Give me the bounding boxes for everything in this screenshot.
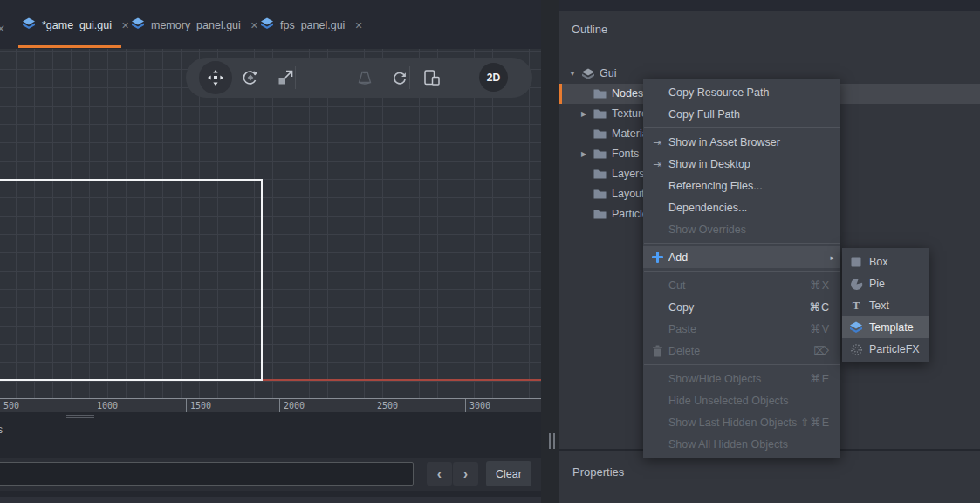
folder-icon	[593, 169, 607, 183]
chevron-right-icon: ›	[463, 467, 468, 481]
x-axis-line	[263, 379, 541, 381]
gui-scene-icon	[581, 68, 595, 83]
menu-item-label: Hide Unselected Objects	[668, 395, 789, 407]
console-panel: s ‹ › Clear	[0, 412, 541, 503]
editor-window: ✕ *game_gui.gui ✕ memory_panel.gui ✕ fps…	[0, 0, 980, 503]
selection-accent-bar	[559, 84, 562, 104]
2d-mode-toggle[interactable]: 2D	[479, 63, 508, 92]
submenu-item-box[interactable]: Box	[842, 251, 929, 272]
tab-fps-panel[interactable]: fps_panel.gui ✕	[260, 17, 363, 33]
rotate-icon	[242, 69, 259, 86]
clipped-tab-close-icon[interactable]: ✕	[0, 23, 5, 35]
menu-item-copy-full-path[interactable]: Copy Full Path	[643, 103, 840, 125]
outline-panel-title: Outline	[572, 23, 607, 36]
menu-item-label: Dependencies...	[668, 202, 747, 214]
menu-item-dependencies[interactable]: Dependencies...	[643, 196, 840, 218]
submenu-item-label: Box	[869, 256, 888, 268]
ruler-tick: 500	[0, 399, 19, 412]
tab-label: fps_panel.gui	[280, 19, 345, 31]
toolbar-divider	[409, 66, 410, 89]
ruler-tick: 1500	[186, 399, 211, 412]
submenu-arrow-icon: ▸	[830, 253, 834, 262]
menu-item-delete: Delete ⌦	[643, 340, 840, 362]
perspective-camera-button[interactable]	[348, 61, 381, 94]
menu-item-shortcut: ⌘X	[810, 279, 830, 292]
gui-file-icon	[22, 17, 36, 33]
scale-tool-button[interactable]	[269, 61, 302, 94]
next-match-button[interactable]: ›	[453, 462, 478, 486]
particlefx-icon	[849, 342, 863, 356]
gui-file-icon	[131, 17, 145, 33]
device-icon	[421, 69, 442, 86]
add-submenu: Box Pie T Text Template ParticleFX	[842, 248, 929, 362]
trash-icon	[650, 343, 665, 358]
tab-memory-panel[interactable]: memory_panel.gui ✕	[131, 17, 258, 33]
chevron-left-icon: ‹	[437, 467, 442, 481]
console-search-input[interactable]	[0, 462, 414, 486]
menu-item-copy[interactable]: Copy ⌘C	[643, 296, 840, 318]
tab-label: memory_panel.gui	[151, 19, 241, 31]
tab-game-gui[interactable]: *game_gui.gui ✕	[22, 17, 129, 33]
chevron-collapsed-icon[interactable]: ▶	[581, 110, 586, 118]
menu-separator	[644, 243, 840, 244]
menu-item-label: Add	[668, 252, 688, 264]
menu-item-label: Referencing Files...	[668, 180, 763, 192]
scene-canvas[interactable]: 2D Default ▼	[0, 49, 541, 398]
menu-item-shortcut: ⌘E	[810, 372, 830, 385]
splitter-handle[interactable]	[66, 415, 94, 416]
ruler-tick: 1000	[93, 399, 118, 412]
menu-item-referencing-files[interactable]: Referencing Files...	[643, 175, 840, 196]
menu-item-show-in-asset-browser[interactable]: ⇥ Show in Asset Browser	[643, 131, 840, 153]
outline-item-label: Nodes	[612, 87, 643, 100]
tab-bar: ✕ *game_gui.gui ✕ memory_panel.gui ✕ fps…	[0, 0, 559, 49]
context-menu: Copy Resource Path Copy Full Path ⇥ Show…	[643, 79, 840, 458]
tab-close-icon[interactable]: ✕	[121, 20, 129, 31]
menu-item-show-in-desktop[interactable]: ⇥ Show in Desktop	[643, 153, 840, 175]
tab-label: *game_gui.gui	[42, 19, 112, 31]
folder-icon	[593, 128, 607, 142]
refresh-icon	[391, 69, 408, 86]
menu-item-label: Show in Asset Browser	[668, 136, 780, 148]
menu-item-show-all-hidden-objects: Show All Hidden Objects	[643, 433, 840, 455]
reset-camera-button[interactable]	[383, 61, 416, 94]
scale-icon	[277, 69, 294, 86]
splitter-handle[interactable]	[66, 417, 94, 418]
scene-toolbar: 2D Default ▼	[186, 58, 532, 98]
folder-icon	[593, 189, 607, 203]
tab-arrow-icon: ⇥	[650, 134, 665, 149]
menu-item-copy-resource-path[interactable]: Copy Resource Path	[643, 81, 840, 103]
clear-button[interactable]: Clear	[486, 461, 531, 486]
layout-device-button[interactable]	[418, 61, 446, 94]
gui-file-icon	[260, 17, 274, 33]
menu-item-label: Show Last Hidden Objects	[668, 417, 797, 429]
ruler-tick: 3000	[465, 399, 490, 412]
menu-item-shortcut: ⌘C	[809, 300, 830, 314]
submenu-item-template[interactable]: Template	[842, 316, 929, 338]
box-icon	[849, 255, 863, 269]
submenu-item-label: Pie	[869, 278, 885, 290]
vertical-splitter[interactable]	[541, 0, 559, 503]
2d-mode-label: 2D	[487, 72, 500, 84]
submenu-item-particlefx[interactable]: ParticleFX	[842, 338, 929, 360]
submenu-item-text[interactable]: T Text	[842, 294, 929, 316]
menu-item-show-last-hidden-objects: Show Last Hidden Objects ⇧⌘E	[643, 411, 840, 433]
move-tool-button[interactable]	[199, 61, 232, 94]
menu-item-label: Show All Hidden Objects	[668, 438, 788, 451]
menu-item-label: Copy	[668, 301, 694, 314]
menu-item-label: Show Overrides	[668, 224, 746, 236]
menu-item-show-hide-objects: Show/Hide Objects ⌘E	[643, 368, 840, 389]
chevron-collapsed-icon[interactable]: ▶	[581, 150, 586, 158]
menu-separator	[644, 127, 840, 128]
menu-item-label: Delete	[668, 345, 700, 357]
bottom-strip	[0, 497, 541, 503]
menu-item-add[interactable]: Add ▸	[643, 246, 840, 268]
submenu-item-pie[interactable]: Pie	[842, 272, 929, 294]
submenu-item-label: Template	[869, 321, 914, 334]
splitter-grip	[553, 433, 555, 449]
rotate-tool-button[interactable]	[234, 61, 267, 94]
tab-close-icon[interactable]: ✕	[250, 20, 258, 31]
prev-match-button[interactable]: ‹	[427, 462, 452, 486]
tab-close-icon[interactable]: ✕	[354, 20, 362, 31]
chevron-expanded-icon[interactable]: ▼	[569, 70, 576, 78]
outline-item-label: Gui	[600, 67, 616, 79]
